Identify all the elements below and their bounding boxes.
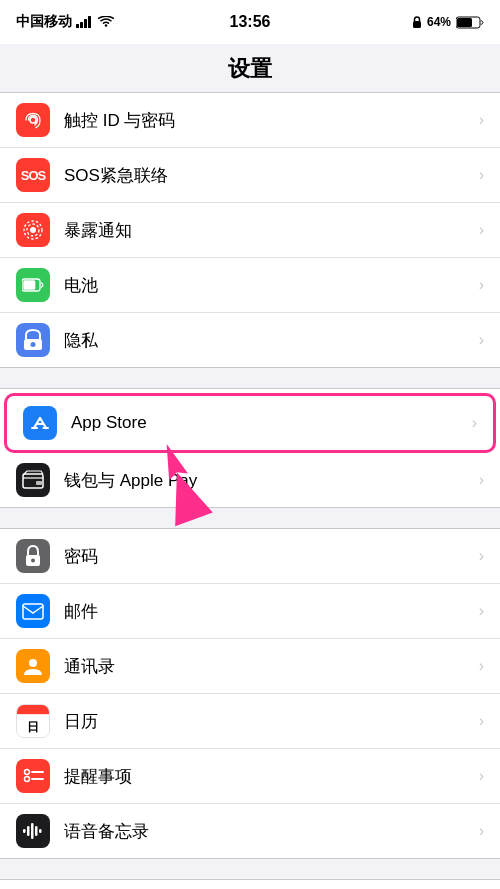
- settings-item-contacts[interactable]: 通讯录 ›: [0, 639, 500, 694]
- status-time: 13:56: [230, 13, 271, 31]
- wifi-icon: [98, 16, 114, 28]
- svg-point-19: [31, 559, 35, 563]
- svg-point-21: [29, 659, 37, 667]
- settings-item-privacy[interactable]: 隐私 ›: [0, 313, 500, 367]
- svg-point-25: [25, 770, 30, 775]
- password-svg: [25, 545, 41, 567]
- wallet-chevron: ›: [479, 471, 484, 489]
- carrier-text: 中国移动: [16, 13, 72, 31]
- battery-item-svg: [22, 278, 44, 292]
- svg-rect-0: [76, 24, 79, 28]
- mail-label: 邮件: [64, 600, 471, 623]
- voice-chevron: ›: [479, 822, 484, 840]
- calendar-icon: 日: [16, 704, 50, 738]
- lock-icon: [412, 16, 422, 29]
- svg-rect-4: [413, 21, 421, 28]
- exposure-label: 暴露通知: [64, 219, 471, 242]
- battery-item-icon: [16, 268, 50, 302]
- voice-svg: [22, 820, 44, 842]
- contacts-label: 通讯录: [64, 655, 471, 678]
- appstore-icon: [23, 406, 57, 440]
- svg-text:日: 日: [27, 720, 39, 734]
- privacy-icon: [16, 323, 50, 357]
- touch-id-chevron: ›: [479, 111, 484, 129]
- touch-id-icon: [16, 103, 50, 137]
- svg-rect-32: [35, 826, 38, 836]
- wallet-svg: [22, 470, 44, 490]
- reminders-svg: [22, 765, 44, 787]
- appstore-svg: [29, 412, 51, 434]
- wallet-icon: [16, 463, 50, 497]
- password-icon: [16, 539, 50, 573]
- settings-item-reminders[interactable]: 提醒事项 ›: [0, 749, 500, 804]
- svg-rect-31: [31, 823, 34, 839]
- svg-point-26: [25, 777, 30, 782]
- calendar-label: 日历: [64, 710, 471, 733]
- settings-item-next[interactable]: ›: [0, 880, 500, 889]
- settings-group-3: 密码 › 邮件 › 通讯录 ›: [0, 528, 500, 859]
- svg-rect-2: [84, 19, 87, 28]
- reminders-label: 提醒事项: [64, 765, 471, 788]
- settings-item-touch-id[interactable]: 触控 ID 与密码 ›: [0, 93, 500, 148]
- svg-rect-22: [17, 705, 49, 714]
- sos-icon: SOS: [16, 158, 50, 192]
- exposure-svg: [22, 219, 44, 241]
- svg-rect-33: [39, 829, 42, 833]
- sos-label: SOS紧急联络: [64, 164, 471, 187]
- mail-icon: [16, 594, 50, 628]
- sos-chevron: ›: [479, 166, 484, 184]
- settings-item-mail[interactable]: 邮件 ›: [0, 584, 500, 639]
- status-left: 中国移动: [16, 13, 114, 31]
- calendar-svg: 日: [17, 704, 49, 738]
- svg-rect-12: [23, 280, 35, 289]
- mail-svg: [22, 603, 44, 620]
- appstore-label: App Store: [71, 413, 464, 433]
- settings-item-voice[interactable]: 语音备忘录 ›: [0, 804, 500, 858]
- privacy-label: 隐私: [64, 329, 471, 352]
- svg-rect-20: [23, 604, 43, 619]
- signal-icon: [76, 16, 94, 28]
- fingerprint-svg: [23, 110, 43, 130]
- settings-item-appstore[interactable]: App Store ›: [4, 393, 496, 453]
- settings-item-sos[interactable]: SOS SOS紧急联络 ›: [0, 148, 500, 203]
- privacy-svg: [23, 329, 43, 351]
- exposure-chevron: ›: [479, 221, 484, 239]
- battery-label: 电池: [64, 274, 471, 297]
- exposure-icon: [16, 213, 50, 247]
- mail-chevron: ›: [479, 602, 484, 620]
- settings-item-calendar[interactable]: 日 日历 ›: [0, 694, 500, 749]
- svg-point-8: [30, 227, 36, 233]
- battery-chevron: ›: [479, 276, 484, 294]
- battery-icon: [456, 16, 484, 29]
- voice-label: 语音备忘录: [64, 820, 471, 843]
- page-title: 设置: [0, 44, 500, 92]
- settings-group-2: App Store › 钱包与 Apple Pay ›: [0, 388, 500, 508]
- settings-item-wallet[interactable]: 钱包与 Apple Pay ›: [0, 453, 500, 507]
- contacts-icon: [16, 649, 50, 683]
- settings-group-1: 触控 ID 与密码 › SOS SOS紧急联络 › 暴露通知 ›: [0, 92, 500, 368]
- touch-id-label: 触控 ID 与密码: [64, 109, 471, 132]
- battery-text: 64%: [427, 15, 451, 29]
- settings-item-battery[interactable]: 电池 ›: [0, 258, 500, 313]
- settings-item-exposure[interactable]: 暴露通知 ›: [0, 203, 500, 258]
- settings-group-4: ›: [0, 879, 500, 889]
- privacy-chevron: ›: [479, 331, 484, 349]
- reminders-icon: [16, 759, 50, 793]
- svg-point-14: [31, 342, 36, 347]
- settings-item-password[interactable]: 密码 ›: [0, 529, 500, 584]
- svg-rect-6: [457, 18, 472, 27]
- svg-rect-16: [36, 481, 42, 485]
- status-bar: 中国移动 13:56 64%: [0, 0, 500, 44]
- svg-rect-1: [80, 22, 83, 28]
- password-label: 密码: [64, 545, 471, 568]
- calendar-chevron: ›: [479, 712, 484, 730]
- svg-rect-29: [23, 829, 26, 833]
- contacts-chevron: ›: [479, 657, 484, 675]
- appstore-chevron: ›: [472, 414, 477, 432]
- voice-icon: [16, 814, 50, 848]
- svg-rect-3: [88, 16, 91, 28]
- status-right: 64%: [412, 15, 484, 29]
- wallet-label: 钱包与 Apple Pay: [64, 469, 471, 492]
- password-chevron: ›: [479, 547, 484, 565]
- contacts-svg: [22, 655, 44, 677]
